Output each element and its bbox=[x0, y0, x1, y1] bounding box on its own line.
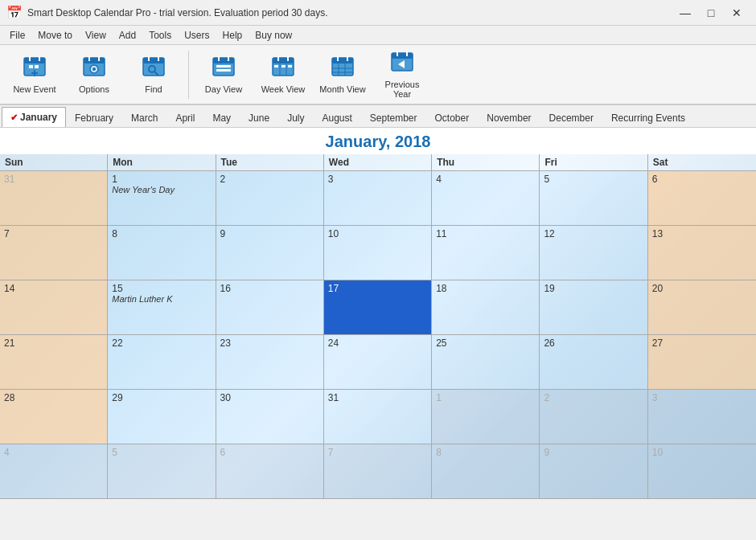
day-number: 9 bbox=[544, 447, 643, 458]
calendar-cell-38[interactable]: 7 bbox=[324, 444, 432, 499]
calendar-cell-5[interactable]: 5 bbox=[540, 171, 647, 226]
svg-rect-21 bbox=[213, 58, 234, 63]
minimize-button[interactable]: — bbox=[672, 0, 698, 26]
tab-label: Recurring Events bbox=[611, 112, 685, 124]
tab-february[interactable]: February bbox=[66, 108, 122, 127]
calendar-cell-10[interactable]: 10 bbox=[324, 226, 432, 280]
toolbar-week-view-button[interactable]: Week View bbox=[255, 48, 311, 100]
calendar-cell-3[interactable]: 3 bbox=[324, 171, 432, 226]
calendar-cell-35[interactable]: 4 bbox=[0, 444, 108, 499]
calendar-cell-8[interactable]: 8 bbox=[108, 226, 216, 280]
tab-june[interactable]: June bbox=[240, 108, 278, 127]
tab-april[interactable]: April bbox=[166, 108, 203, 127]
calendar-cell-0[interactable]: 31 bbox=[0, 171, 108, 226]
day-number: 16 bbox=[220, 283, 319, 294]
day-number: 10 bbox=[652, 447, 752, 458]
toolbar-options-button[interactable]: Options bbox=[66, 48, 122, 100]
day-number: 7 bbox=[328, 447, 427, 458]
toolbar-new-event-button[interactable]: New Event bbox=[6, 48, 63, 100]
day-number: 8 bbox=[112, 228, 211, 239]
menu-view[interactable]: View bbox=[79, 28, 113, 43]
calendar-cell-6[interactable]: 6 bbox=[648, 171, 756, 226]
toolbar-month-view-button[interactable]: Month View bbox=[314, 48, 371, 100]
day-number: 18 bbox=[436, 283, 535, 294]
calendar-cell-21[interactable]: 21 bbox=[0, 335, 108, 390]
calendar-cell-30[interactable]: 30 bbox=[216, 390, 324, 444]
calendar-cell-16[interactable]: 16 bbox=[216, 280, 324, 335]
menu-tools[interactable]: Tools bbox=[142, 28, 178, 43]
tab-may[interactable]: May bbox=[203, 108, 240, 127]
calendar-cell-39[interactable]: 8 bbox=[432, 444, 540, 499]
calendar-title: January, 2018 bbox=[0, 128, 756, 154]
calendar-cell-37[interactable]: 6 bbox=[216, 444, 324, 499]
tab-september[interactable]: September bbox=[361, 108, 426, 127]
calendar-cell-26[interactable]: 26 bbox=[540, 335, 647, 390]
day-number: 28 bbox=[4, 392, 103, 403]
month-tabs: ✔JanuaryFebruaryMarchAprilMayJuneJulyAug… bbox=[0, 105, 756, 128]
calendar-cell-11[interactable]: 11 bbox=[432, 226, 540, 280]
calendar-cell-34[interactable]: 3 bbox=[648, 390, 756, 444]
tab-march[interactable]: March bbox=[122, 108, 166, 127]
calendar-cell-41[interactable]: 10 bbox=[648, 444, 756, 499]
day-number: 4 bbox=[4, 447, 103, 458]
calendar-cell-23[interactable]: 23 bbox=[216, 335, 324, 390]
menu-help[interactable]: Help bbox=[216, 28, 249, 43]
day-header-thu: Thu bbox=[432, 154, 540, 170]
calendar-cell-9[interactable]: 9 bbox=[216, 226, 324, 280]
day-number: 3 bbox=[328, 174, 427, 185]
tab-july[interactable]: July bbox=[278, 108, 313, 127]
day-number: 27 bbox=[652, 338, 752, 349]
tab-august[interactable]: August bbox=[313, 108, 360, 127]
calendar-cell-33[interactable]: 2 bbox=[540, 390, 647, 444]
prev-year-icon bbox=[390, 50, 414, 78]
tab-december[interactable]: December bbox=[540, 108, 602, 127]
maximize-button[interactable]: □ bbox=[698, 0, 724, 26]
week-view-label: Week View bbox=[261, 84, 306, 94]
tab-label: June bbox=[249, 112, 269, 124]
calendar-cell-36[interactable]: 5 bbox=[108, 444, 216, 499]
day-number: 31 bbox=[4, 174, 103, 185]
tab-january[interactable]: ✔January bbox=[2, 107, 66, 127]
calendar-cell-28[interactable]: 28 bbox=[0, 390, 108, 444]
calendar-header: SunMonTueWedThuFriSat bbox=[0, 154, 756, 171]
calendar-cell-25[interactable]: 25 bbox=[432, 335, 540, 390]
calendar-cell-4[interactable]: 4 bbox=[432, 171, 540, 226]
menu-add[interactable]: Add bbox=[113, 28, 142, 43]
tab-november[interactable]: November bbox=[478, 108, 540, 127]
calendar-cell-29[interactable]: 29 bbox=[108, 390, 216, 444]
calendar-cell-27[interactable]: 27 bbox=[648, 335, 756, 390]
calendar-cell-15[interactable]: 15Martin Luther K bbox=[108, 280, 216, 335]
day-header-wed: Wed bbox=[324, 154, 432, 170]
calendar-cell-2[interactable]: 2 bbox=[216, 171, 324, 226]
calendar-cell-22[interactable]: 22 bbox=[108, 335, 216, 390]
calendar-cell-40[interactable]: 9 bbox=[540, 444, 647, 499]
toolbar-day-view-button[interactable]: Day View bbox=[195, 48, 252, 100]
tab-check-icon: ✔ bbox=[10, 112, 18, 123]
day-number: 2 bbox=[220, 174, 319, 185]
calendar-cell-12[interactable]: 12 bbox=[540, 226, 647, 280]
calendar-cell-13[interactable]: 13 bbox=[648, 226, 756, 280]
calendar-cell-20[interactable]: 20 bbox=[648, 280, 756, 335]
day-header-fri: Fri bbox=[540, 154, 647, 170]
tab-recurring[interactable]: Recurring Events bbox=[602, 108, 694, 127]
calendar-cell-18[interactable]: 18 bbox=[432, 280, 540, 335]
menu-users[interactable]: Users bbox=[178, 28, 216, 43]
calendar-cell-24[interactable]: 24 bbox=[324, 335, 432, 390]
tab-october[interactable]: October bbox=[426, 108, 479, 127]
menu-buy-now[interactable]: Buy now bbox=[249, 28, 298, 43]
toolbar-prev-year-button[interactable]: Previous Year bbox=[374, 48, 430, 100]
calendar-cell-19[interactable]: 19 bbox=[540, 280, 647, 335]
calendar-cell-7[interactable]: 7 bbox=[0, 226, 108, 280]
calendar-cell-31[interactable]: 31 bbox=[324, 390, 432, 444]
options-label: Options bbox=[79, 84, 109, 94]
find-label: Find bbox=[145, 84, 162, 94]
menu-move-to[interactable]: Move to bbox=[31, 28, 79, 43]
calendar-cell-1[interactable]: 1New Year's Day bbox=[108, 171, 216, 226]
close-button[interactable]: ✕ bbox=[724, 0, 750, 26]
menu-file[interactable]: File bbox=[3, 28, 31, 43]
calendar-cell-17[interactable]: 17 bbox=[324, 280, 432, 335]
titlebar: 📅 Smart Desktop Calendar Pro - trial ver… bbox=[0, 0, 756, 26]
calendar-cell-14[interactable]: 14 bbox=[0, 280, 108, 335]
toolbar-find-button[interactable]: Find bbox=[125, 48, 182, 100]
calendar-cell-32[interactable]: 1 bbox=[432, 390, 540, 444]
